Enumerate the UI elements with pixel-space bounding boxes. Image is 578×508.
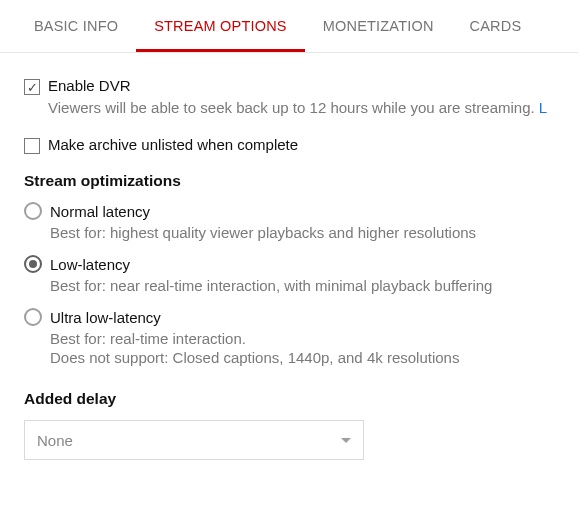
tab-monetization[interactable]: MONETIZATION xyxy=(305,0,452,52)
added-delay-title: Added delay xyxy=(24,390,554,408)
latency-ultra-desc: Best for: real-time interaction. Does no… xyxy=(50,330,554,366)
chevron-down-icon xyxy=(341,438,351,443)
archive-unlisted-checkbox[interactable] xyxy=(24,138,40,154)
latency-low-option: Low-latency Best for: near real-time int… xyxy=(24,255,554,294)
enable-dvr-description: Viewers will be able to seek back up to … xyxy=(48,99,554,116)
latency-low-radio[interactable] xyxy=(24,255,42,273)
tab-cards[interactable]: CARDS xyxy=(452,0,540,52)
tabs: BASIC INFO STREAM OPTIONS MONETIZATION C… xyxy=(0,0,578,53)
tab-stream-options[interactable]: STREAM OPTIONS xyxy=(136,0,305,52)
check-icon: ✓ xyxy=(27,80,38,95)
latency-low-desc: Best for: near real-time interaction, wi… xyxy=(50,277,554,294)
latency-low-label: Low-latency xyxy=(50,256,130,273)
radio-dot-icon xyxy=(29,260,37,268)
tab-basic-info[interactable]: BASIC INFO xyxy=(16,0,136,52)
added-delay-dropdown[interactable]: None xyxy=(24,420,364,460)
latency-ultra-radio[interactable] xyxy=(24,308,42,326)
latency-ultra-label: Ultra low-latency xyxy=(50,309,161,326)
enable-dvr-checkbox[interactable]: ✓ xyxy=(24,79,40,95)
added-delay-value: None xyxy=(37,432,73,449)
latency-normal-option: Normal latency Best for: highest quality… xyxy=(24,202,554,241)
latency-ultra-option: Ultra low-latency Best for: real-time in… xyxy=(24,308,554,366)
content: ✓ Enable DVR Viewers will be able to see… xyxy=(0,53,578,460)
latency-normal-label: Normal latency xyxy=(50,203,150,220)
archive-unlisted-label: Make archive unlisted when complete xyxy=(48,136,298,153)
latency-normal-radio[interactable] xyxy=(24,202,42,220)
enable-dvr-label: Enable DVR xyxy=(48,77,131,94)
latency-normal-desc: Best for: highest quality viewer playbac… xyxy=(50,224,554,241)
stream-optimizations-title: Stream optimizations xyxy=(24,172,554,190)
dvr-learn-more-link[interactable]: L xyxy=(539,99,547,116)
